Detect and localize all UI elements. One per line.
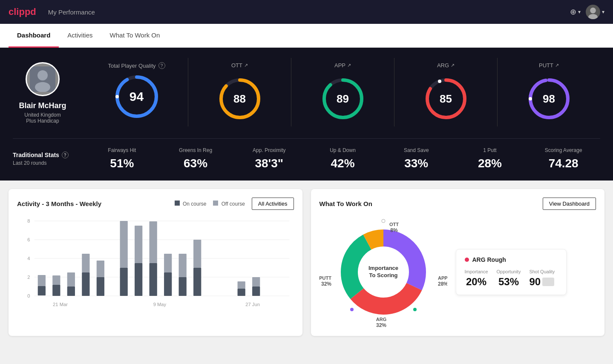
svg-rect-48	[179, 254, 187, 277]
ott-segment-label: OTT	[389, 222, 399, 227]
ott-label: OTT ↗	[231, 62, 248, 69]
ott-segment-percent: 8%	[390, 227, 398, 233]
svg-rect-45	[164, 272, 172, 296]
activity-chart-card: Activity - 3 Months - Weekly On course O…	[9, 189, 302, 336]
traditional-stats: Traditional Stats ? Last 20 rounds Fairw…	[13, 138, 600, 170]
info-card-dot	[465, 258, 469, 262]
on-course-legend: On course	[175, 201, 207, 207]
trad-item-updown: Up & Down 42%	[306, 147, 380, 170]
score-putt: PUTT ↗ 98	[497, 58, 600, 126]
avatar	[586, 5, 600, 19]
svg-rect-38	[97, 261, 104, 277]
svg-text:21 Mar: 21 Mar	[53, 302, 68, 307]
app-segment-percent: 28%	[438, 281, 447, 287]
header-actions: ⊕ ▾ ▾	[570, 5, 604, 19]
tpq-help-icon[interactable]: ?	[158, 62, 165, 69]
avatar-button[interactable]: ▾	[586, 5, 604, 19]
trad-label-group: Traditional Stats ? Last 20 rounds	[13, 152, 72, 166]
svg-rect-46	[164, 254, 172, 272]
trad-item-fairways: Fairways Hit 51%	[85, 147, 159, 170]
player-handicap: Plus Handicap	[26, 118, 59, 124]
trad-item-proximity: App. Proximity 38'3"	[232, 147, 306, 170]
chart-legend: On course Off course	[175, 201, 245, 207]
svg-text:Importance: Importance	[368, 265, 398, 271]
stats-section: Blair McHarg United Kingdom Plus Handica…	[0, 48, 613, 181]
svg-text:2: 2	[27, 275, 30, 280]
svg-point-4	[35, 82, 50, 92]
svg-rect-34	[67, 272, 75, 287]
trad-item-value: 42%	[306, 157, 380, 170]
trad-item-label: Scoring Average	[527, 147, 600, 153]
svg-rect-37	[97, 277, 104, 296]
trad-item-value: 33%	[380, 157, 453, 170]
svg-point-66	[413, 308, 417, 311]
trad-item-label: Fairways Hit	[85, 147, 159, 153]
tab-what-to-work-on[interactable]: What To Work On	[101, 24, 169, 48]
trad-item-label: Up & Down	[306, 147, 380, 153]
player-info: Blair McHarg United Kingdom Plus Handica…	[13, 58, 72, 124]
svg-rect-39	[120, 268, 128, 296]
svg-rect-29	[38, 286, 46, 295]
donut-wrapper: Importance To Scoring OTT 8% APP 28% ARG…	[319, 217, 447, 327]
bar-chart: 8 6 4 2 0	[17, 217, 294, 310]
arg-ring: 85	[423, 75, 469, 122]
svg-rect-43	[150, 263, 157, 296]
svg-rect-40	[120, 221, 128, 268]
trad-item-value: 74.28	[527, 157, 600, 170]
view-dashboard-button[interactable]: View Dashboard	[543, 198, 596, 210]
chart-card-header: Activity - 3 Months - Weekly On course O…	[17, 198, 294, 210]
avatar	[26, 62, 60, 96]
app-label: APP ↗	[334, 62, 351, 69]
trad-help-icon[interactable]: ?	[62, 152, 69, 158]
svg-rect-44	[150, 221, 157, 263]
trad-item-value: 63%	[159, 157, 233, 170]
tpq-value: 94	[130, 89, 144, 104]
svg-rect-42	[135, 226, 142, 263]
svg-rect-31	[52, 285, 60, 296]
plus-icon: ⊕	[570, 7, 576, 17]
scores-row: Total Player Quality ? 94 OTT ↗	[85, 58, 600, 126]
info-card-title: ARG Rough	[465, 256, 558, 263]
svg-point-67	[350, 308, 354, 311]
trad-item-value: 28%	[453, 157, 527, 170]
header: clippd My Performance ⊕ ▾ ▾	[0, 0, 613, 24]
shot-quality-value: 90	[529, 276, 541, 288]
putt-segment-percent: 32%	[321, 281, 331, 287]
app-segment-label: APP	[438, 275, 447, 281]
svg-text:To Scoring: To Scoring	[369, 272, 397, 278]
svg-rect-52	[238, 281, 245, 289]
score-app: APP ↗ 89	[291, 58, 394, 126]
chart-title: Activity - 3 Months - Weekly	[17, 200, 101, 207]
svg-rect-47	[179, 277, 187, 296]
trad-item-scoring: Scoring Average 74.28	[527, 147, 600, 170]
donut-svg: Importance To Scoring OTT 8% APP 28% ARG…	[319, 217, 447, 327]
svg-rect-50	[193, 240, 201, 268]
svg-point-3	[37, 70, 48, 80]
tab-activities[interactable]: Activities	[59, 24, 101, 48]
logo: clippd	[9, 6, 36, 17]
svg-rect-54	[252, 277, 260, 287]
svg-text:9 May: 9 May	[153, 302, 167, 307]
trad-item-sandsave: Sand Save 33%	[380, 147, 453, 170]
shot-quality-badge	[542, 278, 554, 286]
putt-label: PUTT ↗	[539, 62, 559, 69]
score-ott: OTT ↗ 88	[188, 58, 291, 126]
trad-item-1putt: 1 Putt 28%	[453, 147, 527, 170]
trad-item-label: App. Proximity	[232, 147, 306, 153]
all-activities-button[interactable]: All Activities	[252, 198, 294, 210]
putt-value: 98	[543, 92, 555, 106]
trad-label: Traditional Stats ?	[13, 152, 72, 158]
svg-rect-33	[67, 287, 75, 296]
svg-rect-53	[252, 287, 260, 296]
tab-dashboard[interactable]: Dashboard	[9, 24, 59, 48]
off-course-legend: Off course	[213, 201, 245, 207]
ott-value: 88	[233, 92, 246, 106]
header-title: My Performance	[48, 9, 95, 16]
add-button[interactable]: ⊕ ▾	[570, 7, 581, 17]
opportunity-value: 53%	[497, 276, 521, 288]
svg-rect-30	[38, 275, 46, 286]
trad-item-label: Sand Save	[380, 147, 453, 153]
svg-rect-32	[52, 275, 60, 285]
trad-item-value: 51%	[85, 157, 159, 170]
work-content: Importance To Scoring OTT 8% APP 28% ARG…	[319, 217, 596, 327]
